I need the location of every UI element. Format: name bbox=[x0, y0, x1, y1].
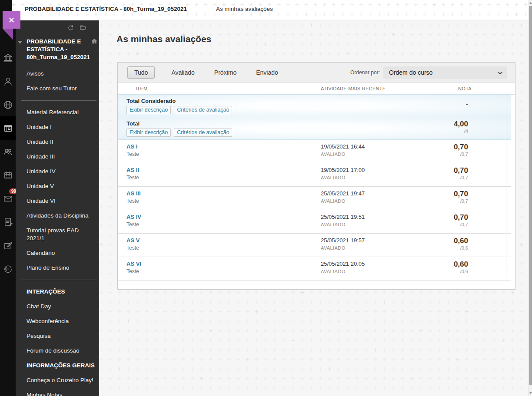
grade-cell: 0,70/0,7 bbox=[449, 143, 468, 163]
grade-cell: 0,70/0,7 bbox=[449, 167, 468, 186]
activity-date: 25/05/2021 20:05 bbox=[321, 261, 449, 267]
grade-item-row: AS ITeste19/05/2021 16:44AVALIADO0,70/0,… bbox=[118, 140, 511, 163]
grade-value: 0,70 bbox=[449, 143, 468, 151]
sidebar-item-calend-rio[interactable]: Calendário bbox=[16, 246, 99, 261]
rail-item-marking[interactable] bbox=[0, 234, 16, 257]
table-header-row: ITEM ATIVIDADE MAIS RECENTE NOTA bbox=[118, 83, 515, 95]
status-badge: AVALIADO bbox=[321, 222, 449, 227]
rail-item-signout[interactable] bbox=[0, 257, 16, 280]
sort-by-label: Ordenar por: bbox=[350, 69, 380, 76]
rail-item-messages[interactable]: 99 bbox=[0, 187, 16, 210]
rail-item-courses[interactable] bbox=[0, 116, 16, 140]
calendar-icon bbox=[3, 170, 13, 180]
sidebar-item-unidade-ii[interactable]: Unidade II bbox=[16, 135, 99, 149]
grade-value: 0,70 bbox=[449, 214, 468, 221]
tab-avaliado[interactable]: Avaliado bbox=[171, 67, 194, 78]
summary-row: Total ConsideradoExibir descriçãoCritéri… bbox=[118, 95, 511, 117]
activity-date: 19/05/2021 16:44 bbox=[321, 143, 449, 150]
column-header-item: ITEM bbox=[126, 86, 321, 91]
activity-cell: 25/05/2021 19:51AVALIADO bbox=[321, 214, 449, 233]
item-link[interactable]: AS II bbox=[126, 167, 321, 174]
exibir-descri-o-button[interactable]: Exibir descrição bbox=[126, 129, 171, 137]
sidebar-item-chat-day[interactable]: Chat Day bbox=[16, 299, 99, 314]
sidebar-item-webconfer-ncia[interactable]: Webconferência bbox=[16, 314, 99, 329]
rail-item-institution[interactable] bbox=[0, 46, 16, 69]
rail-item-community[interactable] bbox=[0, 140, 16, 163]
status-badge: AVALIADO bbox=[321, 175, 449, 180]
activity-cell bbox=[321, 98, 449, 114]
folder-icon[interactable] bbox=[80, 24, 86, 31]
grade-max: /0,7 bbox=[449, 222, 468, 227]
grade-max: /0,7 bbox=[449, 198, 468, 204]
tab-tudo[interactable]: Tudo bbox=[127, 66, 155, 79]
tab-enviado[interactable]: Enviado bbox=[256, 67, 278, 78]
grade-value: 0,70 bbox=[449, 167, 468, 175]
grade-value: 0,60 bbox=[449, 261, 468, 268]
column-header-activity: ATIVIDADE MAIS RECENTE bbox=[321, 86, 449, 91]
home-icon[interactable] bbox=[91, 38, 98, 45]
chevron-down-icon bbox=[17, 41, 23, 44]
grade-value: 0,70 bbox=[449, 190, 468, 198]
item-name: Total bbox=[126, 120, 321, 127]
sidebar-item-unidade-i[interactable]: Unidade I bbox=[16, 120, 99, 135]
activity-cell: 19/05/2021 16:44AVALIADO bbox=[321, 143, 449, 163]
item-type: Teste bbox=[126, 151, 321, 157]
grades-icon bbox=[3, 217, 13, 227]
sidebar-item-avisos[interactable]: Avisos bbox=[16, 66, 99, 81]
grades-panel: TudoAvaliadoPróximoEnviado Ordenar por: … bbox=[117, 62, 515, 290]
rail-item-profile[interactable] bbox=[0, 69, 16, 93]
breadcrumb: As minhas avaliações bbox=[216, 6, 273, 12]
sort-by-select[interactable]: Ordem do curso bbox=[383, 66, 507, 79]
institution-icon bbox=[3, 53, 13, 63]
rail-item-globe[interactable] bbox=[0, 93, 16, 116]
tab-próximo[interactable]: Próximo bbox=[214, 67, 236, 78]
sidebar-course-title: PROBABILIDADE E ESTATÍSTICA - 80h_Turma_… bbox=[27, 38, 86, 61]
crit-rios-de-avalia-o-button[interactable]: Critérios de avaliação bbox=[174, 129, 232, 137]
filter-tabstrip: TudoAvaliadoPróximoEnviado Ordenar por: … bbox=[118, 63, 515, 83]
status-badge: AVALIADO bbox=[321, 245, 449, 251]
page-scrollbar[interactable] bbox=[529, 0, 532, 396]
profile-icon bbox=[3, 76, 13, 86]
sidebar-item-material-referencial[interactable]: Material Referencial bbox=[16, 105, 99, 120]
community-icon bbox=[3, 147, 13, 157]
grade-max: /0,6 bbox=[449, 269, 468, 274]
scrollbar-thumb[interactable] bbox=[529, 6, 532, 385]
sidebar-item-unidade-iii[interactable]: Unidade III bbox=[16, 149, 99, 164]
sidebar-item-plano-de-ensino[interactable]: Plano de Ensino bbox=[16, 261, 99, 275]
sidebar-item-atividades-da-disciplina[interactable]: Atividades da Disciplina bbox=[16, 208, 99, 223]
crit-rios-de-avalia-o-button[interactable]: Critérios de avaliação bbox=[174, 106, 232, 114]
grade-value: 0,60 bbox=[449, 237, 468, 245]
course-menu-sidebar: PROBABILIDADE E ESTATÍSTICA - 80h_Turma_… bbox=[16, 20, 99, 396]
rail-item-grades[interactable] bbox=[0, 210, 16, 234]
sidebar-item-f-rum-de-discuss-o[interactable]: Fórum de discussão bbox=[16, 343, 99, 358]
sidebar-item-conhe-a-o-cruzeiro-play[interactable]: Conheça o Cruzeiro Play! bbox=[16, 373, 99, 388]
sidebar-divider bbox=[21, 100, 96, 101]
sidebar-item-minhas-notas[interactable]: Minhas Notas bbox=[16, 388, 99, 396]
activity-date: 19/05/2021 17:00 bbox=[321, 167, 449, 174]
item-link[interactable]: AS IV bbox=[126, 214, 321, 221]
scroll-down-arrow[interactable] bbox=[529, 392, 532, 394]
sidebar-item-fale-com-seu-tutor[interactable]: Fale com seu Tutor bbox=[16, 81, 99, 96]
item-link[interactable]: AS III bbox=[126, 190, 321, 197]
main-content: ++++++++++++++++++++++++++++++++++++++++… bbox=[99, 20, 529, 396]
sidebar-item-unidade-vi[interactable]: Unidade VI bbox=[16, 194, 99, 208]
grade-value: 4,00 bbox=[449, 120, 468, 128]
grade-cell: 0,70/0,7 bbox=[449, 214, 468, 233]
course-menu-title[interactable]: PROBABILIDADE E ESTATÍSTICA - 80h_Turma_… bbox=[16, 32, 99, 66]
grade-value: - bbox=[449, 98, 468, 111]
refresh-icon[interactable] bbox=[67, 24, 74, 31]
close-menu-button[interactable]: ✕ bbox=[3, 11, 20, 29]
sidebar-item-pesquisa[interactable]: Pesquisa bbox=[16, 329, 99, 343]
sidebar-item-unidade-v[interactable]: Unidade V bbox=[16, 179, 99, 194]
scroll-up-arrow[interactable] bbox=[529, 2, 532, 4]
item-link[interactable]: AS VI bbox=[126, 261, 321, 267]
course-menu-list: AvisosFale com seu TutorMaterial Referen… bbox=[16, 66, 99, 396]
marking-icon bbox=[3, 241, 13, 251]
grade-cell: 0,60/0,6 bbox=[449, 237, 468, 257]
exibir-descri-o-button[interactable]: Exibir descrição bbox=[126, 106, 171, 114]
sidebar-item-tutorial-provas-ead-2021-1[interactable]: Tutorial provas EAD 2021/1 bbox=[16, 223, 99, 246]
rail-item-calendar[interactable] bbox=[0, 163, 16, 187]
item-link[interactable]: AS V bbox=[126, 237, 321, 244]
item-link[interactable]: AS I bbox=[126, 143, 321, 150]
sidebar-item-unidade-iv[interactable]: Unidade IV bbox=[16, 164, 99, 179]
